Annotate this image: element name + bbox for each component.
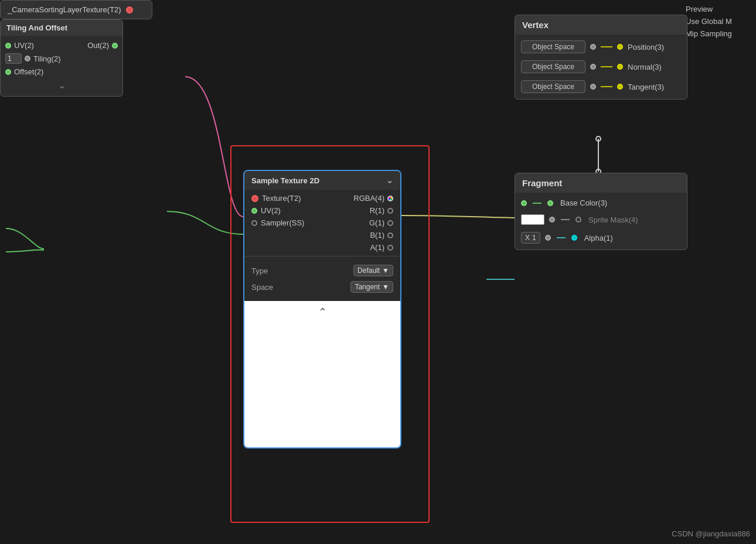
sample-texture-node: Sample Texture 2D ⌄ Texture(T2) UV(2) <box>243 170 401 449</box>
vertex-position-left-dot[interactable] <box>590 44 596 50</box>
watermark: CSDN @jiangdaxia886 <box>672 529 750 538</box>
fragment-sprite-mask-row: Sprite Mask(4) <box>515 211 687 228</box>
camera-node-output-dot[interactable] <box>126 6 133 13</box>
tiling-value-input[interactable] <box>5 53 22 64</box>
vertex-node-header: Vertex <box>515 15 687 35</box>
tiling-uv-dot[interactable] <box>5 43 11 49</box>
vertex-tangent-label: Tangent(3) <box>628 83 664 91</box>
fragment-base-color-row: Base Color(3) <box>515 195 687 211</box>
tiling-node-body: UV(2) Out(2) Tiling(2) Offset(2) ⌄ <box>1 36 122 96</box>
sample-rgba-dot[interactable] <box>387 196 393 201</box>
fragment-x-label: X <box>525 234 530 242</box>
camera-node-label: _CameraSortingLayerTexture(T2) <box>8 5 121 14</box>
fragment-node: Fragment Base Color(3) Sprite Mask(4) X … <box>515 173 687 250</box>
fragment-base-color-dot[interactable] <box>521 200 527 206</box>
fragment-body: Base Color(3) Sprite Mask(4) X 1 Alpha(1… <box>515 193 687 249</box>
sample-a-dot[interactable] <box>387 245 393 251</box>
vertex-normal-label: Normal(3) <box>628 63 662 71</box>
sample-preview-area: ⌃ <box>244 301 400 447</box>
sample-port-sampler: Sampler(SS) <box>247 217 322 229</box>
prop-space-dropdown[interactable]: Tangent ▼ <box>350 281 393 293</box>
sample-properties: Type Default ▼ Space Tangent ▼ <box>244 259 400 299</box>
vertex-position-space[interactable]: Object Space <box>521 40 585 53</box>
vertex-body: Object Space Position(3) Object Space No… <box>515 35 687 99</box>
sample-r-label: R(1) <box>370 206 384 215</box>
tiling-tiling-dot[interactable] <box>25 56 30 61</box>
vertex-normal-space[interactable]: Object Space <box>521 60 585 73</box>
prop-space-label: Space <box>251 283 273 292</box>
fragment-sprite-mask-label: Sprite Mask(4) <box>588 215 638 224</box>
vertex-node: Vertex Object Space Position(3) Object S… <box>515 15 687 100</box>
vertex-position-row: Object Space Position(3) <box>515 37 687 57</box>
sample-port-a: A(1) <box>322 241 398 254</box>
sample-uv-dot[interactable] <box>251 208 257 214</box>
fragment-alpha-left-dot[interactable] <box>545 235 551 241</box>
fragment-alpha-label: Alpha(1) <box>584 234 613 242</box>
vertex-position-label: Position(3) <box>628 43 664 52</box>
vertex-normal-right-dot[interactable] <box>617 64 623 70</box>
prop-type-dropdown[interactable]: Default ▼ <box>353 265 393 276</box>
tiling-node-title: Tiling And Offset <box>6 23 67 32</box>
tiling-out-label: Out(2) <box>87 41 109 50</box>
tiling-out-dot[interactable] <box>112 43 118 49</box>
fragment-sprite-mask-right-dot[interactable] <box>575 217 581 223</box>
prop-space-chevron: ▼ <box>382 283 389 291</box>
preview-chevron-up[interactable]: ⌃ <box>318 306 327 319</box>
prop-type-chevron: ▼ <box>382 266 389 275</box>
sample-g-dot[interactable] <box>387 220 393 226</box>
sample-divider <box>244 256 400 256</box>
vertex-tangent-row: Object Space Tangent(3) <box>515 77 687 97</box>
prop-type-label: Type <box>251 266 268 275</box>
tiling-offset-dot[interactable] <box>5 69 11 75</box>
sample-texture-dot[interactable] <box>251 195 258 202</box>
sample-port-g: G(1) <box>322 217 398 229</box>
sample-port-texture: Texture(T2) <box>247 192 322 204</box>
fragment-node-header: Fragment <box>515 173 687 193</box>
sample-rgba-label: RGBA(4) <box>353 194 384 203</box>
tiling-node-header: Tiling And Offset <box>1 20 122 36</box>
fragment-title: Fragment <box>522 178 562 188</box>
tiling-offset-row: Offset(2) <box>1 66 122 78</box>
tiling-expand[interactable]: ⌄ <box>1 78 122 93</box>
fragment-alpha-row: X 1 Alpha(1) <box>515 228 687 247</box>
camera-sorting-node[interactable]: _CameraSortingLayerTexture(T2) <box>0 0 152 19</box>
sample-uv-label: UV(2) <box>261 206 281 215</box>
tiling-offset-label: Offset(2) <box>14 67 43 76</box>
fragment-sprite-mask-left-dot[interactable] <box>549 217 555 223</box>
fragment-x-input[interactable]: X 1 <box>521 232 540 244</box>
svg-point-1 <box>596 136 601 141</box>
sample-port-r: R(1) <box>322 204 398 217</box>
tiling-uv-row: UV(2) Out(2) <box>1 39 122 52</box>
sample-g-label: G(1) <box>369 218 384 227</box>
tiling-tiling-label: Tiling(2) <box>33 54 60 63</box>
fragment-base-color-label: Base Color(3) <box>560 199 607 207</box>
vertex-position-right-dot[interactable] <box>617 44 623 50</box>
sample-texture-label: Texture(T2) <box>262 194 301 203</box>
vertex-normal-row: Object Space Normal(3) <box>515 57 687 77</box>
sample-port-uv: UV(2) <box>247 204 322 217</box>
sample-r-dot[interactable] <box>387 208 393 214</box>
sample-sampler-label: Sampler(SS) <box>261 218 304 227</box>
sample-sampler-dot[interactable] <box>251 220 257 226</box>
sample-port-b: B(1) <box>322 229 398 241</box>
vertex-tangent-space[interactable]: Object Space <box>521 80 585 93</box>
sample-b-label: B(1) <box>370 231 384 240</box>
sample-texture-title: Sample Texture 2D <box>251 176 319 185</box>
vertex-normal-left-dot[interactable] <box>590 64 596 70</box>
right-panel-mip-sampling[interactable]: Mip Sampling <box>686 28 750 40</box>
sample-b-dot[interactable] <box>387 232 393 238</box>
sample-texture-chevron[interactable]: ⌄ <box>386 176 393 185</box>
right-panel-use-global[interactable]: Use Global M <box>686 15 750 28</box>
fragment-alpha-right-dot[interactable] <box>571 235 577 241</box>
right-panel-preview[interactable]: Preview <box>686 3 750 15</box>
sample-a-label: A(1) <box>370 243 384 252</box>
tiling-offset-node: Tiling And Offset UV(2) Out(2) Tiling(2) <box>0 19 123 97</box>
prop-type-row: Type Default ▼ <box>251 262 393 279</box>
prop-type-value: Default <box>357 266 380 275</box>
fragment-x-value: 1 <box>532 234 536 242</box>
vertex-title: Vertex <box>522 20 549 30</box>
vertex-tangent-left-dot[interactable] <box>590 84 596 90</box>
vertex-tangent-right-dot[interactable] <box>617 84 623 90</box>
fragment-base-color-right-dot[interactable] <box>547 200 553 206</box>
prop-space-value: Tangent <box>355 283 380 291</box>
